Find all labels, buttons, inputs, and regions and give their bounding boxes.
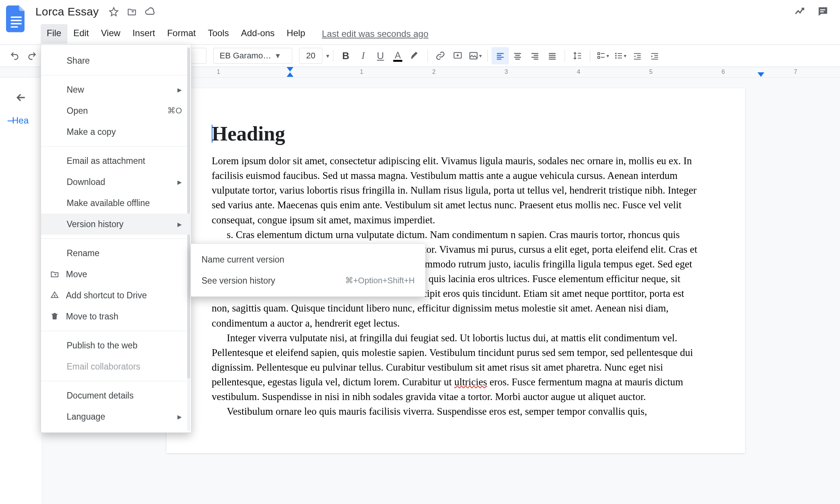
svg-rect-3 xyxy=(11,26,18,28)
outline-panel: Hea xyxy=(0,78,42,504)
file-menu-download[interactable]: Download▸ xyxy=(41,171,191,192)
doc-paragraph: Vestibulum ornare leo quis mauris facili… xyxy=(212,404,700,419)
file-menu-make-offline[interactable]: Make available offline xyxy=(41,192,191,214)
align-center-button[interactable] xyxy=(509,47,526,64)
svg-point-10 xyxy=(615,53,617,54)
comments-icon[interactable] xyxy=(817,5,829,17)
ruler-number: 7 xyxy=(794,69,797,75)
insert-comment-button[interactable] xyxy=(449,47,466,64)
ruler-number: 1 xyxy=(217,69,220,75)
font-family-label: EB Garamo… xyxy=(220,51,271,61)
underline-button[interactable]: U xyxy=(372,47,389,64)
file-menu-rename[interactable]: Rename xyxy=(41,243,191,264)
file-menu-document-details[interactable]: Document details xyxy=(41,385,191,406)
menu-format[interactable]: Format xyxy=(161,24,202,44)
chevron-right-icon: ▸ xyxy=(177,177,182,187)
menu-insert[interactable]: Insert xyxy=(127,24,161,44)
bold-button[interactable]: B xyxy=(337,47,354,64)
svg-rect-8 xyxy=(598,53,600,55)
file-menu-open[interactable]: Open⌘O xyxy=(41,100,191,121)
svg-rect-1 xyxy=(11,20,21,21)
svg-point-12 xyxy=(615,57,617,59)
ruler-right-indent-marker[interactable] xyxy=(758,72,764,77)
move-icon[interactable] xyxy=(126,6,138,18)
doc-heading: Heading xyxy=(212,122,700,145)
font-family-select[interactable]: EB Garamo…▾ xyxy=(213,48,292,64)
ruler-number: 5 xyxy=(649,69,653,75)
svg-rect-9 xyxy=(598,57,600,58)
ruler-left-indent-marker[interactable] xyxy=(287,72,293,77)
svg-point-11 xyxy=(615,55,617,57)
outline-heading-item[interactable]: Hea xyxy=(0,115,42,126)
bulleted-list-button[interactable]: ▾ xyxy=(611,47,629,64)
file-menu-add-shortcut[interactable]: Add shortcut to Drive xyxy=(41,285,191,306)
redo-button[interactable] xyxy=(23,47,41,64)
chevron-right-icon: ▸ xyxy=(177,412,182,422)
file-menu-move[interactable]: Move xyxy=(41,264,191,285)
document-title[interactable]: Lorca Essay xyxy=(33,5,101,18)
checklist-button[interactable]: ▾ xyxy=(594,47,611,64)
font-size-input[interactable]: 20 xyxy=(299,48,322,64)
line-spacing-button[interactable] xyxy=(569,47,586,64)
align-justify-button[interactable] xyxy=(544,47,561,64)
italic-button[interactable]: I xyxy=(354,47,372,64)
file-menu-make-copy[interactable]: Make a copy xyxy=(41,121,191,142)
text-color-button[interactable]: A xyxy=(389,47,406,64)
version-history-submenu: Name current version See version history… xyxy=(191,243,426,297)
menu-tools[interactable]: Tools xyxy=(202,24,235,44)
docs-logo-icon[interactable] xyxy=(6,5,26,32)
highlight-color-button[interactable] xyxy=(406,47,424,64)
svg-rect-0 xyxy=(11,17,21,18)
decrease-indent-button[interactable] xyxy=(629,47,646,64)
menu-help[interactable]: Help xyxy=(281,24,311,44)
submenu-see-version-history[interactable]: See version history⌘+Option+Shift+H xyxy=(191,270,425,291)
svg-rect-14 xyxy=(618,55,622,56)
cloud-status-icon[interactable] xyxy=(144,6,156,18)
caret-down-icon: ▾ xyxy=(276,51,280,61)
submenu-name-current-version[interactable]: Name current version xyxy=(191,249,425,270)
file-menu-dropdown: Share New▸ Open⌘O Make a copy Email as a… xyxy=(41,44,191,433)
file-menu-language[interactable]: Language▸ xyxy=(41,406,191,427)
file-menu-version-history[interactable]: Version history▸ xyxy=(41,214,191,235)
menu-edit[interactable]: Edit xyxy=(67,24,95,44)
menu-file[interactable]: File xyxy=(41,24,67,44)
file-menu-email-collaborators: Email collaborators xyxy=(41,356,191,377)
insert-link-button[interactable] xyxy=(432,47,449,64)
trash-icon xyxy=(50,312,59,321)
file-menu-publish-web[interactable]: Publish to the web xyxy=(41,335,191,356)
activity-trend-icon[interactable] xyxy=(794,5,806,17)
chevron-right-icon: ▸ xyxy=(177,219,182,229)
file-menu-move-to-trash[interactable]: Move to trash xyxy=(41,306,191,327)
ruler-number: 1 xyxy=(360,69,363,75)
menu-addons[interactable]: Add-ons xyxy=(235,24,281,44)
increase-indent-button[interactable] xyxy=(646,47,663,64)
caret-down-icon[interactable]: ▾ xyxy=(326,52,329,60)
svg-rect-5 xyxy=(820,11,823,12)
move-folder-icon xyxy=(50,270,59,279)
file-menu-new[interactable]: New▸ xyxy=(41,79,191,100)
file-menu-share[interactable]: Share xyxy=(41,50,191,71)
outline-back-button[interactable] xyxy=(15,91,27,104)
last-edit-link[interactable]: Last edit was seconds ago xyxy=(322,29,428,39)
ruler-number: 2 xyxy=(432,69,436,75)
ruler-number: 4 xyxy=(577,69,580,75)
doc-paragraph: Lorem ipsum dolor sit amet, consectetur … xyxy=(212,154,700,228)
drive-shortcut-icon xyxy=(50,291,59,300)
star-icon[interactable] xyxy=(108,6,120,18)
svg-rect-2 xyxy=(11,23,21,24)
align-left-button[interactable] xyxy=(492,47,509,64)
ruler-number: 3 xyxy=(505,69,508,75)
ruler-number: 6 xyxy=(722,69,725,75)
ruler-first-line-marker[interactable] xyxy=(287,67,293,72)
file-menu-email-attachment[interactable]: Email as attachment xyxy=(41,150,191,171)
shortcut-label: ⌘O xyxy=(167,106,182,116)
insert-image-button[interactable]: ▾ xyxy=(466,47,484,64)
svg-rect-15 xyxy=(618,58,622,58)
undo-button[interactable] xyxy=(6,47,23,64)
doc-paragraph: Integer viverra vulputate nisi, at fring… xyxy=(212,331,700,405)
svg-rect-13 xyxy=(618,53,622,54)
shortcut-label: ⌘+Option+Shift+H xyxy=(345,276,415,286)
menu-view[interactable]: View xyxy=(95,24,127,44)
align-right-button[interactable] xyxy=(526,47,544,64)
outline-heading-label: Hea xyxy=(12,115,29,126)
